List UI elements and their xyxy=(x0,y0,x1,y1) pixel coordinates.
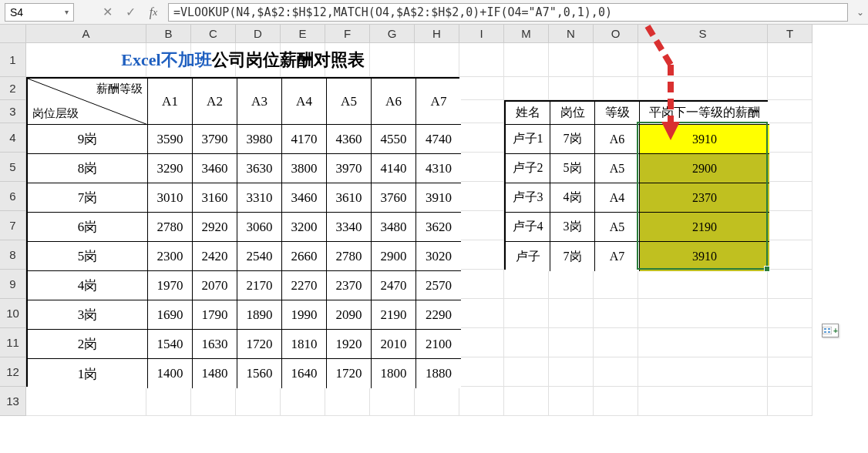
salary-col-header[interactable]: A4 xyxy=(282,79,327,125)
salary-data-cell[interactable]: 1800 xyxy=(372,359,416,388)
cell[interactable] xyxy=(594,77,638,100)
column-header-O[interactable]: O xyxy=(594,25,638,43)
cell[interactable] xyxy=(504,328,549,357)
cell[interactable] xyxy=(768,153,812,182)
salary-data-cell[interactable]: 2010 xyxy=(372,330,416,359)
salary-col-header[interactable]: A2 xyxy=(193,79,237,125)
row-header-1[interactable]: 1 xyxy=(0,43,26,77)
cell[interactable] xyxy=(459,299,504,328)
salary-row-label[interactable]: 3岗 xyxy=(28,300,148,330)
insert-function-button[interactable]: fx xyxy=(142,3,165,22)
column-header-M[interactable]: M xyxy=(504,25,549,43)
salary-data-cell[interactable]: 2270 xyxy=(282,271,327,300)
salary-row-label[interactable]: 1岗 xyxy=(28,359,148,388)
result-header[interactable]: 等级 xyxy=(595,102,640,125)
formula-cancel-button[interactable]: ✕ xyxy=(96,3,119,22)
cell[interactable] xyxy=(504,387,549,416)
column-header-A[interactable]: A xyxy=(26,25,146,43)
salary-data-cell[interactable]: 3620 xyxy=(416,213,461,242)
cell[interactable] xyxy=(594,299,638,328)
result-cell[interactable]: 3岗 xyxy=(550,213,595,242)
cell[interactable] xyxy=(504,357,549,387)
column-header-F[interactable]: F xyxy=(325,25,370,43)
salary-data-cell[interactable]: 1640 xyxy=(282,359,327,388)
name-box[interactable]: S4 ▾ xyxy=(5,3,74,22)
row-header-11[interactable]: 11 xyxy=(0,328,26,357)
salary-data-cell[interactable]: 3160 xyxy=(193,183,237,213)
salary-data-cell[interactable]: 2920 xyxy=(193,213,237,242)
salary-data-cell[interactable]: 3630 xyxy=(237,154,282,183)
salary-data-cell[interactable]: 2090 xyxy=(327,300,372,330)
salary-data-cell[interactable]: 3760 xyxy=(372,183,416,213)
column-header-N[interactable]: N xyxy=(549,25,594,43)
salary-data-cell[interactable]: 2570 xyxy=(416,271,461,300)
cell[interactable] xyxy=(768,43,812,77)
salary-data-cell[interactable]: 1720 xyxy=(327,359,372,388)
cell[interactable] xyxy=(459,77,504,100)
salary-data-cell[interactable]: 1480 xyxy=(193,359,237,388)
row-header-8[interactable]: 8 xyxy=(0,240,26,270)
formula-enter-button[interactable]: ✓ xyxy=(119,3,142,22)
cell[interactable] xyxy=(370,387,415,416)
cell[interactable] xyxy=(459,211,504,240)
result-cell[interactable]: A4 xyxy=(595,183,640,213)
cell[interactable] xyxy=(549,270,594,299)
cell[interactable] xyxy=(638,357,768,387)
salary-data-cell[interactable]: 1990 xyxy=(282,300,327,330)
result-pay-cell[interactable]: 2370 xyxy=(640,183,769,213)
cell[interactable] xyxy=(504,77,549,100)
salary-data-cell[interactable]: 3010 xyxy=(148,183,193,213)
row-header-3[interactable]: 3 xyxy=(0,100,26,123)
salary-data-cell[interactable]: 3610 xyxy=(327,183,372,213)
cell[interactable] xyxy=(638,328,768,357)
salary-data-cell[interactable]: 3980 xyxy=(237,125,282,154)
cell[interactable] xyxy=(191,387,236,416)
result-pay-cell[interactable]: 2190 xyxy=(640,213,769,242)
cell[interactable] xyxy=(768,240,812,270)
result-cell[interactable]: 4岗 xyxy=(550,183,595,213)
cell[interactable] xyxy=(459,387,504,416)
column-header-I[interactable]: I xyxy=(459,25,504,43)
cell[interactable] xyxy=(594,387,638,416)
cell[interactable] xyxy=(638,270,768,299)
salary-data-cell[interactable]: 4360 xyxy=(327,125,372,154)
cell[interactable] xyxy=(549,357,594,387)
formula-bar-expand-icon[interactable]: ⌄ xyxy=(853,3,868,22)
salary-data-cell[interactable]: 2780 xyxy=(148,213,193,242)
column-header-E[interactable]: E xyxy=(281,25,325,43)
cell[interactable] xyxy=(459,240,504,270)
salary-data-cell[interactable]: 3590 xyxy=(148,125,193,154)
cell[interactable] xyxy=(549,77,594,100)
cell[interactable] xyxy=(281,387,325,416)
salary-data-cell[interactable]: 2290 xyxy=(416,300,461,330)
cell[interactable] xyxy=(504,270,549,299)
cell[interactable] xyxy=(638,299,768,328)
salary-data-cell[interactable]: 3020 xyxy=(416,242,461,271)
result-cell[interactable]: A5 xyxy=(595,213,640,242)
salary-data-cell[interactable]: 1970 xyxy=(148,271,193,300)
salary-col-header[interactable]: A1 xyxy=(148,79,193,125)
salary-row-label[interactable]: 8岗 xyxy=(28,154,148,183)
result-cell[interactable]: 卢子2 xyxy=(506,154,550,183)
result-header[interactable]: 岗位 xyxy=(550,102,595,125)
salary-data-cell[interactable]: 1810 xyxy=(282,330,327,359)
salary-data-cell[interactable]: 4310 xyxy=(416,154,461,183)
cell[interactable] xyxy=(768,100,812,123)
salary-data-cell[interactable]: 3460 xyxy=(282,183,327,213)
result-cell[interactable]: A6 xyxy=(595,125,640,154)
column-header-H[interactable]: H xyxy=(415,25,459,43)
salary-col-header[interactable]: A5 xyxy=(327,79,372,125)
cell[interactable] xyxy=(459,153,504,182)
salary-data-cell[interactable]: 3310 xyxy=(237,183,282,213)
cell[interactable] xyxy=(768,270,812,299)
cell[interactable] xyxy=(549,328,594,357)
salary-row-label[interactable]: 7岗 xyxy=(28,183,148,213)
select-all-corner[interactable] xyxy=(0,25,26,43)
salary-data-cell[interactable]: 1400 xyxy=(148,359,193,388)
result-cell[interactable]: 卢子1 xyxy=(506,125,550,154)
salary-row-label[interactable]: 6岗 xyxy=(28,213,148,242)
salary-data-cell[interactable]: 1920 xyxy=(327,330,372,359)
result-cell[interactable]: A5 xyxy=(595,154,640,183)
salary-data-cell[interactable]: 2370 xyxy=(327,271,372,300)
salary-data-cell[interactable]: 3480 xyxy=(372,213,416,242)
